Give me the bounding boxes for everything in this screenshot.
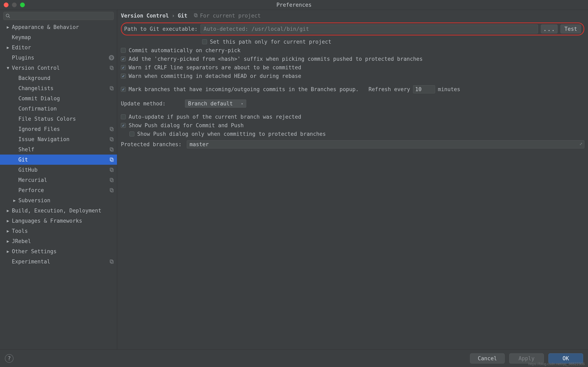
browse-button[interactable]: ... xyxy=(541,25,558,33)
sidebar-item-perforce[interactable]: ▶Perforce xyxy=(0,185,117,195)
svg-rect-19 xyxy=(111,189,113,192)
refresh-every-label: Refresh every xyxy=(369,86,410,92)
sidebar-item-editor[interactable]: ▶Editor xyxy=(0,42,117,53)
maximize-window-button[interactable] xyxy=(20,2,25,7)
sidebar-item-github[interactable]: ▶GitHub xyxy=(0,165,117,175)
show-push-protected-label: Show Push dialog only when committing to… xyxy=(137,131,326,137)
expand-icon[interactable]: ⤢ xyxy=(579,142,582,146)
svg-rect-11 xyxy=(111,149,113,151)
auto-commit-cherry-checkbox[interactable] xyxy=(121,48,126,53)
sidebar-item-label: Issue Navigation xyxy=(18,136,109,142)
show-push-checkbox[interactable] xyxy=(121,123,126,128)
sidebar-item-experimental[interactable]: ▶Experimental xyxy=(0,257,117,267)
sidebar-item-version-control[interactable]: ▼Version Control xyxy=(0,63,117,73)
sidebar-item-label: Build, Execution, Deployment xyxy=(12,208,114,214)
sidebar-item-label: Ignored Files xyxy=(18,126,109,132)
svg-rect-10 xyxy=(110,148,112,150)
crlf-warn-checkbox[interactable] xyxy=(121,65,126,70)
update-method-select[interactable]: Branch default ▾ xyxy=(185,100,246,108)
window-title: Preferences xyxy=(277,2,311,8)
svg-rect-16 xyxy=(110,178,112,181)
watermark-text: https://blog.csdn.net/qq_36522306 xyxy=(528,362,585,366)
sidebar-item-label: GitHub xyxy=(18,167,109,173)
titlebar: Preferences xyxy=(0,0,588,10)
svg-rect-14 xyxy=(110,168,112,171)
svg-point-0 xyxy=(6,14,9,17)
svg-rect-13 xyxy=(111,159,113,161)
sidebar-item-label: Experimental xyxy=(12,259,109,265)
breadcrumb-parent[interactable]: Version Control xyxy=(121,13,169,19)
mark-branches-checkbox[interactable] xyxy=(121,87,126,92)
sidebar-item-build-execution-deployment[interactable]: ▶Build, Execution, Deployment xyxy=(0,206,117,216)
project-level-icon xyxy=(109,157,114,162)
sidebar-item-confirmation[interactable]: ▶Confirmation xyxy=(0,104,117,114)
sidebar-item-git[interactable]: ▶Git xyxy=(0,155,117,165)
svg-rect-22 xyxy=(194,14,197,16)
svg-rect-5 xyxy=(111,87,113,90)
auto-update-checkbox[interactable] xyxy=(121,114,126,119)
sidebar-item-commit-dialog[interactable]: ▶Commit Dialog xyxy=(0,93,117,104)
sidebar-item-file-status-colors[interactable]: ▶File Status Colors xyxy=(0,114,117,124)
show-push-protected-checkbox[interactable] xyxy=(130,132,134,136)
project-level-icon xyxy=(109,188,114,193)
crlf-warn-label: Warn if CRLF line separators are about t… xyxy=(129,64,301,71)
dialog-footer: ? Cancel Apply OK xyxy=(0,350,588,367)
sidebar-item-shelf[interactable]: ▶Shelf xyxy=(0,144,117,155)
sidebar-item-label: Appearance & Behavior xyxy=(12,24,114,30)
sidebar-item-subversion[interactable]: ▶Subversion xyxy=(0,195,117,206)
sidebar-item-ignored-files[interactable]: ▶Ignored Files xyxy=(0,124,117,134)
sidebar-item-issue-navigation[interactable]: ▶Issue Navigation xyxy=(0,134,117,144)
test-button[interactable]: Test xyxy=(561,25,581,33)
search-input[interactable] xyxy=(3,12,114,20)
sidebar-item-keymap[interactable]: ▶Keymap xyxy=(0,32,117,42)
update-count-badge: 9 xyxy=(109,55,114,60)
svg-rect-23 xyxy=(195,14,198,17)
sidebar-item-languages-frameworks[interactable]: ▶Languages & Frameworks xyxy=(0,216,117,226)
breadcrumb-current: Git xyxy=(178,13,187,19)
svg-rect-20 xyxy=(110,260,112,263)
sidebar-item-plugins[interactable]: ▶Plugins9 xyxy=(0,53,117,63)
auto-update-label: Auto-update if push of the current branc… xyxy=(129,114,301,120)
chevron-right-icon: ▶ xyxy=(6,249,10,254)
project-level-icon xyxy=(109,259,114,264)
svg-rect-3 xyxy=(111,67,113,70)
svg-rect-8 xyxy=(110,137,112,140)
sidebar-item-jrebel[interactable]: ▶JRebel xyxy=(0,236,117,246)
sidebar-item-label: Editor xyxy=(12,44,114,50)
close-window-button[interactable] xyxy=(4,2,9,7)
detached-warn-checkbox[interactable] xyxy=(121,74,126,78)
sidebar-item-label: Shelf xyxy=(18,146,109,152)
chevron-right-icon: ▶ xyxy=(6,218,10,223)
sidebar-item-label: Tools xyxy=(12,228,114,234)
project-level-icon xyxy=(109,86,114,91)
sidebar-item-label: Background xyxy=(18,75,114,81)
sidebar-item-label: Keymap xyxy=(12,34,114,40)
sidebar-item-label: Languages & Frameworks xyxy=(12,218,114,224)
help-button[interactable]: ? xyxy=(5,354,13,363)
sidebar-item-tools[interactable]: ▶Tools xyxy=(0,226,117,236)
cancel-button[interactable]: Cancel xyxy=(470,353,505,364)
sidebar-item-other-settings[interactable]: ▶Other Settings xyxy=(0,246,117,257)
sidebar-item-changelists[interactable]: ▶Changelists xyxy=(0,83,117,93)
sidebar-item-background[interactable]: ▶Background xyxy=(0,73,117,83)
sidebar-item-label: Git xyxy=(18,157,109,163)
sidebar-item-label: Perforce xyxy=(18,187,109,193)
minimize-window-button[interactable] xyxy=(12,2,17,7)
chevron-down-icon: ▼ xyxy=(6,66,10,70)
cherry-suffix-label: Add the 'cherry-picked from <hash>' suff… xyxy=(129,56,423,62)
sidebar-item-label: Commit Dialog xyxy=(18,95,114,101)
svg-rect-2 xyxy=(110,66,112,69)
refresh-interval-input[interactable]: 10 xyxy=(413,85,435,93)
sidebar-item-appearance-behavior[interactable]: ▶Appearance & Behavior xyxy=(0,22,117,32)
set-path-project-checkbox[interactable] xyxy=(202,39,207,44)
breadcrumb-separator: › xyxy=(172,13,175,19)
sidebar-item-label: Other Settings xyxy=(12,248,114,254)
chevron-right-icon: ▶ xyxy=(6,229,10,234)
svg-rect-18 xyxy=(110,188,112,191)
chevron-right-icon: ▶ xyxy=(6,208,10,213)
git-path-input[interactable]: Auto-detected: /usr/local/bin/git xyxy=(200,25,538,33)
cherry-suffix-checkbox[interactable] xyxy=(121,57,126,61)
sidebar-item-mercurial[interactable]: ▶Mercurial xyxy=(0,175,117,185)
detached-warn-label: Warn when committing in detached HEAD or… xyxy=(129,73,301,79)
protected-branches-input[interactable]: master ⤢ xyxy=(187,140,584,149)
